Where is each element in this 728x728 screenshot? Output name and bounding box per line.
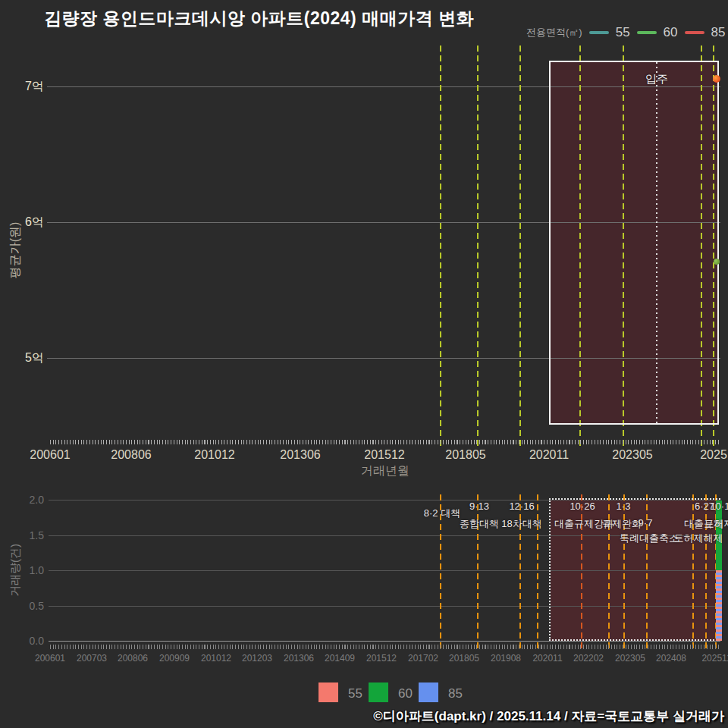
x-tick-label: 202202 xyxy=(573,653,604,664)
x-tick-label: 2025 xyxy=(700,448,727,462)
event-label: 토허제 xyxy=(704,517,728,531)
x-tick-label: 200601 xyxy=(35,653,65,664)
legend-label-85: 85 xyxy=(711,25,726,40)
event-label: 9·7 xyxy=(639,517,653,529)
y-tick-label: 0.0 xyxy=(5,635,44,647)
x-tick-label: 202011 xyxy=(532,653,562,664)
y-tick-label: 2.0 xyxy=(5,494,44,506)
event-label: 10·26 xyxy=(570,500,595,512)
y-tick-label: 5억 xyxy=(5,350,44,366)
legend-line-55-icon xyxy=(589,31,609,34)
event-label: 12·16 xyxy=(509,500,534,512)
x-tick-label: 202305 xyxy=(612,448,652,462)
x-axis-title-price: 거래년월 xyxy=(361,463,410,479)
page-title: 김량장 용인드마크데시앙 아파트(2024) 매매가격 변화 xyxy=(44,7,474,30)
x-tick-label: 200806 xyxy=(118,653,148,664)
x-tick-label: 201512 xyxy=(364,448,404,462)
legend-label-55: 55 xyxy=(616,25,630,40)
policy-line xyxy=(440,46,441,446)
policy-line xyxy=(519,46,521,446)
y-axis-title-price: 평균가(원) xyxy=(8,222,24,279)
x-tick-label: 201012 xyxy=(201,653,231,664)
footer-legend-label-85: 85 xyxy=(448,686,463,701)
y-tick-label: 0.5 xyxy=(5,600,44,612)
volume-bar-55-85 xyxy=(716,570,722,641)
legend-swatch-55 xyxy=(318,682,338,702)
event-label: 18차대책 xyxy=(501,517,541,531)
area-legend: 전용면적(㎡) 55 60 85 xyxy=(526,25,725,40)
chart-canvas: 김량장 용인드마크데시앙 아파트(2024) 매매가격 변화 전용면적(㎡) 5… xyxy=(0,0,728,728)
x-tick-label: 201306 xyxy=(284,653,314,664)
highlight-box-border xyxy=(549,61,719,425)
y-tick-label: 7억 xyxy=(5,79,44,95)
x-tick-label: 201203 xyxy=(242,653,272,664)
x-tick-label: 200909 xyxy=(159,653,190,664)
grid-line-0.0 xyxy=(49,641,720,642)
event-label: 규제완화 xyxy=(602,517,642,531)
event-label: 10·15 xyxy=(710,500,728,512)
x-tick-label: 202408 xyxy=(656,653,686,664)
x-tick-label: 201805 xyxy=(449,653,479,664)
x-tick-label: 200806 xyxy=(111,448,151,462)
event-label: 토허제해제 xyxy=(674,532,723,545)
event-label: 종합대책 xyxy=(460,517,499,531)
x-tick-label: 202511 xyxy=(701,653,728,664)
legend-swatch-60 xyxy=(369,682,388,702)
footer-legend-label-60: 60 xyxy=(398,686,413,701)
footer-legend-label-55: 55 xyxy=(348,686,362,701)
price-point-60 xyxy=(714,259,720,265)
x-tick-label: 201908 xyxy=(491,653,521,664)
x-tick-label: 201805 xyxy=(445,448,485,462)
x-tick-label: 201702 xyxy=(408,653,438,664)
event-label: 특례대출축소 xyxy=(620,532,679,545)
y-tick-label: 1.5 xyxy=(5,529,44,541)
legend-line-60-icon xyxy=(637,31,657,34)
policy-line xyxy=(477,46,479,446)
credit-text: ©디아파트(dapt.kr) / 2025.11.14 / 자료=국토교통부 실… xyxy=(373,708,724,725)
event-label: 1·3 xyxy=(617,500,631,512)
x-tick-label: 201512 xyxy=(366,653,397,664)
y-axis-title-volume: 거래량(건) xyxy=(8,544,23,597)
legend-label-60: 60 xyxy=(664,25,678,40)
x-tick-label: 202011 xyxy=(529,448,569,462)
price-point-85 xyxy=(713,75,720,83)
x-tick-label: 201012 xyxy=(194,448,234,462)
event-label: 8·2 대책 xyxy=(424,507,460,520)
x-tick-label: 202305 xyxy=(615,653,645,664)
x-tick-label: 200703 xyxy=(77,653,107,664)
x-axis-ticks-volume xyxy=(50,645,720,649)
event-label: 9·13 xyxy=(469,500,489,512)
x-tick-label: 201409 xyxy=(325,653,355,664)
x-axis-ticks-price xyxy=(50,440,720,444)
area-legend-title: 전용면적(㎡) xyxy=(526,26,582,39)
x-tick-label: 200601 xyxy=(30,448,70,462)
x-tick-label: 201306 xyxy=(280,448,320,462)
legend-swatch-85 xyxy=(419,682,438,702)
legend-line-85-icon xyxy=(685,31,704,34)
